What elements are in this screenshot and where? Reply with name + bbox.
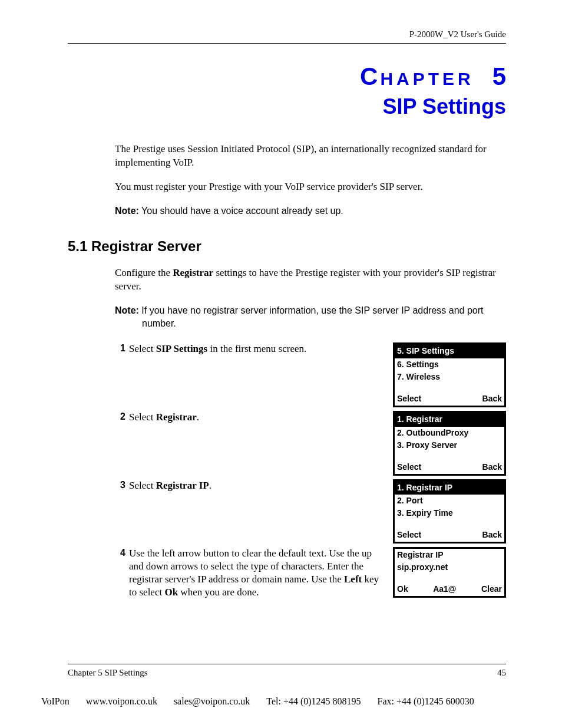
document-page: P-2000W_V2 User's Guide CHAPTER 5 SIP Se… [0, 0, 562, 728]
step-row: 1 Select SIP Settings in the first menu … [115, 342, 506, 411]
screen-highlight: 1. Registrar IP [395, 481, 504, 495]
step-body: Select Registrar IP. [129, 479, 382, 492]
softkey-right: Back [482, 393, 502, 404]
company-fax: Fax: +44 (0)1245 600030 [378, 696, 474, 707]
page-footer: Chapter 5 SIP Settings 45 [68, 664, 506, 678]
screen-line: sip.proxy.net [395, 561, 504, 574]
step-body: Use the left arrow button to clear the d… [129, 547, 382, 599]
intro-note: Note: You should have a voice account al… [115, 205, 506, 218]
footer-page-number: 45 [497, 668, 506, 678]
company-email: sales@voipon.co.uk [174, 696, 250, 707]
note-text: If you have no registrar server informat… [139, 305, 484, 328]
step-row: 2 Select Registrar. 1. Registrar 2. Outb… [115, 411, 506, 479]
company-name: VoIPon [41, 696, 70, 707]
step-text: 1 Select SIP Settings in the first menu … [115, 342, 393, 355]
step-text: 2 Select Registrar. [115, 411, 393, 424]
screen-footer: Ok Aa1@ Clear [395, 583, 504, 596]
screen-line: 3. Proxy Server [395, 439, 504, 452]
chapter-number: 5 [492, 62, 506, 90]
company-url: www.voipon.co.uk [86, 696, 157, 707]
section-note: Note: If you have no registrar server in… [115, 304, 506, 330]
step-row: 3 Select Registrar IP. 1. Registrar IP 2… [115, 479, 506, 548]
screen-footer: Select Back [395, 461, 504, 474]
intro-paragraph-2: You must register your Prestige with you… [115, 180, 506, 194]
screen-highlight: 1. Registrar [395, 413, 504, 427]
phone-screen: 5. SIP Settings 6. Settings 7. Wireless … [393, 342, 506, 407]
section-intro: Configure the Registrar settings to have… [115, 266, 506, 330]
screen-line: 7. Wireless [395, 371, 504, 383]
phone-screen: 1. Registrar IP 2. Port 3. Expiry Time S… [393, 479, 506, 544]
note-label: Note: [115, 305, 139, 315]
guide-title: P-2000W_V2 User's Guide [409, 29, 506, 39]
screen-line: 3. Expiry Time [395, 507, 504, 519]
note-text: You should have a voice account already … [139, 206, 343, 216]
phone-screen: 1. Registrar 2. OutboundProxy 3. Proxy S… [393, 411, 506, 476]
step-text: 3 Select Registrar IP. [115, 479, 393, 492]
softkey-left: Select [397, 393, 421, 404]
chapter-label: CHAPTER 5 [360, 62, 506, 91]
softkey-right: Back [482, 462, 502, 473]
step-number: 4 [115, 547, 125, 599]
section-heading: 5.1 Registrar Server [68, 238, 506, 255]
step-text: 4 Use the left arrow button to clear the… [115, 547, 393, 599]
chapter-heading-block: CHAPTER 5 SIP Settings [68, 62, 506, 119]
softkey-left: Ok [397, 584, 408, 595]
company-tel: Tel: +44 (0)1245 808195 [266, 696, 361, 707]
step-number: 1 [115, 342, 125, 355]
screen-footer: Select Back [395, 529, 504, 542]
distributor-info: VoIPon www.voipon.co.uk sales@voipon.co.… [41, 696, 527, 707]
softkey-left: Select [397, 462, 421, 473]
chapter-label-rest: HAPTER [380, 69, 474, 88]
screen-line: 6. Settings [395, 358, 504, 371]
section-paragraph-1: Configure the Registrar settings to have… [115, 266, 506, 294]
softkey-middle: Aa1@ [433, 584, 456, 595]
note-label: Note: [115, 206, 139, 216]
step-number: 3 [115, 479, 125, 492]
softkey-right: Clear [481, 584, 502, 595]
chapter-label-first: C [360, 62, 380, 90]
phone-screen: Registrar IP sip.proxy.net Ok Aa1@ Clear [393, 547, 506, 598]
footer-left: Chapter 5 SIP Settings [68, 668, 148, 678]
step-body: Select Registrar. [129, 411, 382, 424]
page-header: P-2000W_V2 User's Guide [68, 29, 506, 44]
softkey-right: Back [482, 529, 502, 541]
screen-highlight: 5. SIP Settings [395, 344, 504, 358]
steps-block: 1 Select SIP Settings in the first menu … [115, 342, 506, 601]
step-body: Select SIP Settings in the first menu sc… [129, 342, 382, 355]
step-row: 4 Use the left arrow button to clear the… [115, 547, 506, 601]
screen-footer: Select Back [395, 393, 504, 406]
softkey-left: Select [397, 529, 421, 541]
intro-paragraph-1: The Prestige uses Session Initiated Prot… [115, 143, 506, 170]
screen-line: 2. Port [395, 495, 504, 507]
step-number: 2 [115, 411, 125, 424]
chapter-title: SIP Settings [68, 94, 506, 119]
screen-line: 2. OutboundProxy [395, 427, 504, 439]
intro-block: The Prestige uses Session Initiated Prot… [115, 143, 506, 217]
screen-line: Registrar IP [395, 549, 504, 561]
